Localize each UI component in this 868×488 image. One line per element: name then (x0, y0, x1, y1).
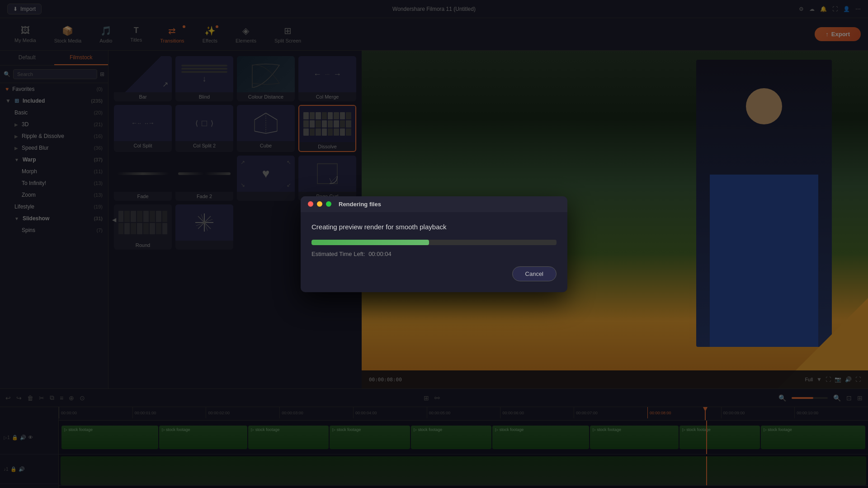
progress-bar-fill (311, 240, 429, 245)
time-left-value: 00:00:04 (368, 251, 392, 257)
render-dialog: Rendering files Creating preview render … (301, 196, 567, 292)
dialog-body: Creating preview render for smooth playb… (301, 212, 567, 292)
time-left-display: Estimated Time Left: 00:00:04 (311, 251, 557, 257)
dialog-titlebar: Rendering files (301, 196, 567, 212)
dialog-title: Rendering files (339, 201, 381, 208)
dialog-dot-green (326, 201, 331, 207)
dialog-dot-red (308, 201, 313, 207)
dialog-overlay: Rendering files Creating preview render … (0, 0, 868, 488)
progress-bar-background (311, 240, 557, 245)
cancel-button[interactable]: Cancel (512, 266, 557, 281)
dialog-dot-yellow (317, 201, 322, 207)
render-message: Creating preview render for smooth playb… (311, 223, 557, 231)
time-left-label: Estimated Time Left: (311, 251, 365, 257)
dialog-actions: Cancel (311, 266, 557, 281)
